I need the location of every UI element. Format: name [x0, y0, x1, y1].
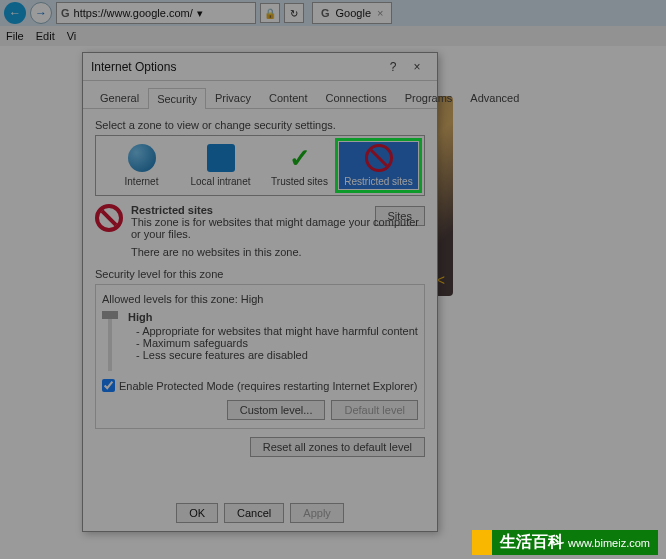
browser-chrome: ← → G https://www.google.com/ ▾ 🔒 ↻ G Go… — [0, 0, 666, 46]
zone-instruction: Select a zone to view or change security… — [95, 119, 425, 131]
watermark-url: www.bimeiz.com — [568, 537, 650, 549]
tab-content[interactable]: Content — [260, 87, 317, 108]
forward-button[interactable]: → — [30, 2, 52, 24]
url-text: https://www.google.com/ — [74, 7, 193, 19]
zone-label-trusted: Trusted sites — [262, 176, 337, 187]
tab-privacy[interactable]: Privacy — [206, 87, 260, 108]
protected-mode-row: Enable Protected Mode (requires restarti… — [102, 379, 418, 392]
dialog-tabs: General Security Privacy Content Connect… — [83, 81, 437, 109]
zone-desc-body: This zone is for websites that might dam… — [131, 216, 425, 240]
internet-options-dialog: Internet Options ? × General Security Pr… — [82, 52, 438, 532]
zone-restricted-sites[interactable]: Restricted sites — [339, 142, 418, 189]
menu-edit[interactable]: Edit — [36, 30, 55, 42]
check-icon: ✓ — [286, 144, 314, 172]
help-button[interactable]: ? — [381, 60, 405, 74]
zone-local-intranet[interactable]: Local intranet — [181, 142, 260, 189]
security-level-section: Security level for this zone Allowed lev… — [95, 268, 425, 457]
default-level-button[interactable]: Default level — [331, 400, 418, 420]
security-level-label: Security level for this zone — [95, 268, 425, 280]
zone-label-restricted: Restricted sites — [341, 176, 416, 187]
dialog-title: Internet Options — [91, 60, 381, 74]
security-slider[interactable] — [102, 311, 118, 371]
lock-icon[interactable]: 🔒 — [260, 3, 280, 23]
browser-tab[interactable]: G Google × — [312, 2, 392, 24]
restricted-icon — [365, 144, 393, 172]
tab-close-icon[interactable]: × — [377, 7, 383, 19]
cancel-button[interactable]: Cancel — [224, 503, 284, 523]
share-icon[interactable]: < — [437, 272, 445, 288]
bullet-2: Maximum safeguards — [136, 337, 418, 349]
monitor-icon — [207, 144, 235, 172]
tab-advanced[interactable]: Advanced — [461, 87, 528, 108]
reset-row: Reset all zones to default level — [95, 437, 425, 457]
level-row: High Appropriate for websites that might… — [102, 311, 418, 371]
tab-general[interactable]: General — [91, 87, 148, 108]
protected-mode-label: Enable Protected Mode (requires restarti… — [119, 380, 417, 392]
level-buttons: Custom level... Default level — [102, 400, 418, 420]
security-level-box: Allowed levels for this zone: High High … — [95, 284, 425, 429]
tab-security[interactable]: Security — [148, 88, 206, 109]
allowed-levels: Allowed levels for this zone: High — [102, 293, 418, 305]
zone-trusted-sites[interactable]: ✓ Trusted sites — [260, 142, 339, 189]
zone-desc-text: Restricted sites This zone is for websit… — [131, 204, 425, 240]
protected-mode-checkbox[interactable] — [102, 379, 115, 392]
close-button[interactable]: × — [405, 60, 429, 74]
zone-internet[interactable]: Internet — [102, 142, 181, 189]
menu-bar: File Edit Vi — [0, 26, 666, 46]
dialog-footer: OK Cancel Apply — [83, 503, 437, 523]
menu-view[interactable]: Vi — [67, 30, 77, 42]
zone-selector: Internet Local intranet ✓ Trusted sites … — [95, 135, 425, 196]
nav-row: ← → G https://www.google.com/ ▾ 🔒 ↻ G Go… — [0, 0, 666, 26]
bullet-3: Less secure features are disabled — [136, 349, 418, 361]
level-name: High — [128, 311, 418, 323]
back-button[interactable]: ← — [4, 2, 26, 24]
no-sites-text: There are no websites in this zone. — [131, 246, 425, 258]
zone-label-intranet: Local intranet — [183, 176, 258, 187]
level-text: High Appropriate for websites that might… — [128, 311, 418, 371]
globe-icon — [128, 144, 156, 172]
reset-all-button[interactable]: Reset all zones to default level — [250, 437, 425, 457]
zone-desc-title: Restricted sites — [131, 204, 425, 216]
watermark-cn: 生活百科 — [500, 532, 564, 553]
tab-connections[interactable]: Connections — [316, 87, 395, 108]
level-bullets: Appropriate for websites that might have… — [128, 325, 418, 361]
tab-programs[interactable]: Programs — [396, 87, 462, 108]
menu-file[interactable]: File — [6, 30, 24, 42]
bullet-1: Appropriate for websites that might have… — [136, 325, 418, 337]
url-box[interactable]: G https://www.google.com/ ▾ — [56, 2, 256, 24]
dialog-body: Select a zone to view or change security… — [83, 109, 437, 467]
dropdown-icon[interactable]: ▾ — [197, 7, 203, 20]
ok-button[interactable]: OK — [176, 503, 218, 523]
zone-label-internet: Internet — [104, 176, 179, 187]
restricted-icon-large — [95, 204, 123, 232]
slider-track — [108, 311, 112, 371]
watermark: 生活百科 www.bimeiz.com — [472, 530, 658, 555]
url-icon: G — [61, 7, 70, 19]
refresh-button[interactable]: ↻ — [284, 3, 304, 23]
zone-description: Restricted sites This zone is for websit… — [95, 204, 425, 240]
apply-button[interactable]: Apply — [290, 503, 344, 523]
tab-title: Google — [336, 7, 371, 19]
dialog-titlebar: Internet Options ? × — [83, 53, 437, 81]
slider-thumb[interactable] — [102, 311, 118, 319]
custom-level-button[interactable]: Custom level... — [227, 400, 326, 420]
tab-icon: G — [321, 7, 330, 19]
